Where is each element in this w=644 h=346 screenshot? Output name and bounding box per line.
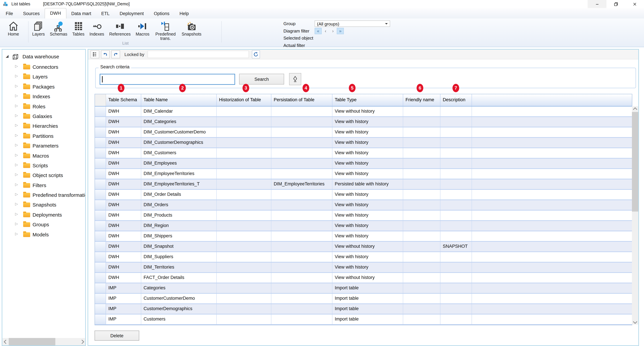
column-header-persistation-of-table[interactable]: Persistation of Table	[271, 94, 332, 106]
expander-collapsed-icon[interactable]: ▷	[15, 103, 18, 108]
expander-collapsed-icon[interactable]: ▷	[15, 222, 18, 226]
diagram-filter-last-button[interactable]: »	[337, 28, 344, 34]
table-row[interactable]: DWHDIM_CalendarView without history	[95, 107, 632, 117]
row-selector[interactable]	[95, 169, 106, 179]
menu-tab-dwh[interactable]: DWH	[45, 8, 66, 18]
table-row[interactable]: DWHDIM_ShippersView with history	[95, 231, 632, 242]
tree-item-filters[interactable]: ▷Filters	[2, 180, 85, 190]
scrollbar-thumb[interactable]	[632, 112, 638, 212]
restore-button[interactable]	[606, 0, 625, 8]
column-header-table-name[interactable]: Table Name	[141, 94, 217, 106]
scrollbar-thumb[interactable]	[9, 338, 55, 345]
row-selector[interactable]	[95, 127, 106, 137]
row-selector[interactable]	[95, 294, 106, 304]
ribbon-button-indexes[interactable]: Indexes	[90, 21, 104, 36]
tree-item-layers[interactable]: ▷Layers	[2, 72, 85, 82]
menu-tab-help[interactable]: Help	[174, 9, 194, 18]
diagram-filter-next-button[interactable]: ›	[330, 28, 336, 34]
row-selector[interactable]	[95, 252, 106, 262]
ribbon-button-schemas[interactable]: Schemas	[50, 21, 67, 36]
expander-collapsed-icon[interactable]: ▷	[15, 232, 18, 236]
tree-item-snapshots[interactable]: ▷Snapshots	[2, 200, 85, 210]
column-header-description[interactable]: Description	[440, 94, 472, 106]
expander-collapsed-icon[interactable]: ▷	[15, 84, 18, 88]
undo-button[interactable]	[101, 50, 110, 58]
menu-tab-options[interactable]: Options	[149, 9, 174, 18]
expander-collapsed-icon[interactable]: ▷	[15, 192, 18, 196]
delete-button[interactable]: Delete	[94, 331, 139, 341]
group-combobox[interactable]: (All groups)	[314, 20, 390, 27]
scroll-left-button[interactable]	[2, 338, 9, 345]
tree-horizontal-scrollbar[interactable]	[2, 338, 85, 345]
ribbon-button-tables[interactable]: Tables	[72, 21, 84, 36]
row-selector[interactable]	[95, 221, 106, 231]
row-selector[interactable]	[95, 159, 106, 168]
row-selector[interactable]	[95, 107, 106, 116]
menu-tab-data-mart[interactable]: Data mart	[66, 9, 96, 18]
expander-collapsed-icon[interactable]: ▷	[15, 123, 18, 128]
row-selector[interactable]	[95, 117, 106, 127]
search-button[interactable]: Search	[239, 74, 284, 84]
expander-collapsed-icon[interactable]: ▷	[15, 202, 18, 206]
ribbon-button-snapshots[interactable]: Snapshots	[182, 21, 202, 36]
table-row[interactable]: DWHDIM_SuppliersView with history	[95, 252, 632, 263]
redo-button[interactable]	[111, 50, 120, 58]
row-selector[interactable]	[95, 242, 106, 252]
column-header-historization-of-table[interactable]: Historization of Table	[217, 94, 271, 106]
row-selector[interactable]	[95, 211, 106, 220]
table-row[interactable]: DWHDIM_CategoriesView with history	[95, 117, 632, 127]
scroll-up-button[interactable]	[632, 106, 638, 112]
table-row[interactable]: DWHDIM_CustomerDemographicsView with his…	[95, 138, 632, 148]
tree-item-connectors[interactable]: ▷Connectors	[2, 62, 85, 72]
tree-item-scripts[interactable]: ▷Scripts	[2, 161, 85, 170]
tree-item-roles[interactable]: ▷Roles	[2, 101, 85, 111]
expander-collapsed-icon[interactable]: ▷	[15, 74, 18, 78]
refresh-button[interactable]	[252, 50, 260, 58]
tree-item-object-scripts[interactable]: ▷Object scripts	[2, 170, 85, 180]
column-header-table-type[interactable]: Table Type	[332, 94, 403, 106]
table-row[interactable]: DWHDIM_CustomersView with history	[95, 148, 632, 159]
row-selector[interactable]	[95, 179, 106, 189]
ribbon-button-macros[interactable]: Macros	[136, 21, 150, 36]
menu-tab-sources[interactable]: Sources	[18, 9, 45, 18]
tree-root-data-warehouse[interactable]: ◢ Data warehouse	[2, 52, 85, 62]
clear-search-button[interactable]	[289, 73, 301, 85]
menu-tab-deployment[interactable]: Deployment	[114, 9, 149, 18]
row-selector[interactable]	[95, 231, 106, 241]
table-row[interactable]: DWHDIM_RegionView with history	[95, 221, 632, 231]
table-row[interactable]: DWHDIM_SnapshotView without historySNAPS…	[95, 242, 632, 252]
table-row[interactable]: DWHDIM_EmployeesView with history	[95, 159, 632, 169]
ribbon-button-layers[interactable]: Layers	[32, 21, 45, 36]
row-selector[interactable]	[95, 315, 106, 324]
row-selector[interactable]	[95, 138, 106, 148]
expander-collapsed-icon[interactable]: ▷	[15, 64, 18, 68]
table-row[interactable]: DWHDIM_ProductsView with history	[95, 211, 632, 221]
tree-item-groups[interactable]: ▷Groups	[2, 220, 85, 230]
table-row[interactable]: DWHDIM_EmployeeTerritories_TDIM_Employee…	[95, 179, 632, 190]
diagram-filter-prev-button[interactable]: ‹	[322, 28, 329, 34]
expander-collapsed-icon[interactable]: ▷	[15, 163, 18, 167]
row-selector[interactable]	[95, 304, 106, 314]
table-row[interactable]: IMPCategoriesImport table	[95, 283, 632, 294]
row-selector[interactable]	[95, 273, 106, 283]
menu-tab-etl[interactable]: ETL	[96, 9, 115, 18]
tree-item-models[interactable]: ▷Models	[2, 230, 85, 239]
table-row[interactable]: DWHDIM_Order DetailsView with history	[95, 190, 632, 200]
ribbon-button-predefined-trans-[interactable]: Predefined trans.	[154, 21, 176, 41]
tree-item-predefined-transformations[interactable]: ▷Predefined transformations	[2, 190, 85, 200]
tree-item-macros[interactable]: ▷Macros	[2, 151, 85, 161]
table-row[interactable]: DWHDIM_CustomerCustomerDemoView with his…	[95, 127, 632, 138]
row-selector[interactable]	[95, 283, 106, 293]
tree-item-galaxies[interactable]: ▷Galaxies	[2, 111, 85, 121]
table-row[interactable]: DWHDIM_EmployeeTerritoriesView with hist…	[95, 169, 632, 179]
tree-item-deployments[interactable]: ▷Deployments	[2, 210, 85, 220]
expander-collapsed-icon[interactable]: ▷	[15, 153, 18, 157]
scroll-right-button[interactable]	[78, 338, 85, 345]
expander-collapsed-icon[interactable]: ▷	[15, 143, 18, 147]
table-row[interactable]: IMPCustomersImport table	[95, 315, 632, 325]
expander-expanded-icon[interactable]: ◢	[6, 54, 8, 58]
diagram-filter-first-button[interactable]: «	[314, 28, 322, 34]
column-header-friendly-name[interactable]: Friendly name	[403, 94, 440, 106]
column-header-table-schema[interactable]: Table Schema	[106, 94, 141, 106]
tree-item-indexes[interactable]: ▷Indexes	[2, 91, 85, 101]
